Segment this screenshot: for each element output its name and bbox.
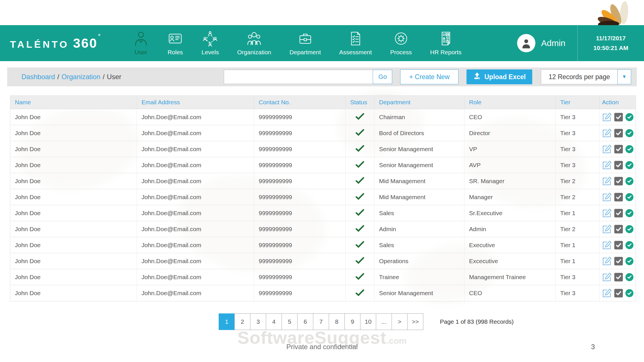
cell-role: Excecutive bbox=[464, 253, 556, 269]
nav-label: Roles bbox=[168, 49, 183, 56]
select-checkbox[interactable] bbox=[614, 289, 623, 297]
select-checkbox[interactable] bbox=[614, 273, 623, 281]
logo-text: TALÉNTO bbox=[10, 39, 69, 50]
approve-check-icon[interactable] bbox=[625, 273, 633, 281]
select-checkbox[interactable] bbox=[614, 177, 623, 185]
cell-tier: Tier 3 bbox=[556, 141, 600, 157]
confidential-note: Private and confidential bbox=[0, 343, 644, 351]
select-checkbox[interactable] bbox=[614, 241, 623, 249]
cell-contact: 9999999999 bbox=[254, 189, 346, 205]
cell-role: CEO bbox=[464, 109, 556, 125]
nav-label: Process bbox=[390, 49, 412, 56]
table-row: John Doe John.Doe@Email.com 9999999999 S… bbox=[10, 157, 636, 173]
approve-check-icon[interactable] bbox=[625, 177, 633, 185]
edit-icon[interactable] bbox=[602, 273, 612, 282]
nav-item-hr-reports[interactable]: HR Reports bbox=[430, 31, 462, 56]
approve-check-icon[interactable] bbox=[625, 113, 633, 121]
status-check-icon bbox=[355, 240, 365, 250]
nav-item-department[interactable]: Department bbox=[290, 31, 321, 56]
upload-excel-button[interactable]: Upload Excel bbox=[466, 69, 532, 84]
cell-email: John.Doe@Email.com bbox=[137, 205, 254, 221]
approve-check-icon[interactable] bbox=[625, 161, 633, 169]
degree-mark: ° bbox=[98, 33, 101, 39]
records-per-page-select[interactable]: 12 Records per page ▼ bbox=[541, 69, 631, 84]
nav-label: Assessment bbox=[339, 49, 372, 56]
cell-contact: 9999999999 bbox=[254, 221, 346, 237]
nav-item-assessment[interactable]: Assessment bbox=[339, 31, 372, 56]
edit-icon[interactable] bbox=[602, 161, 612, 170]
select-checkbox[interactable] bbox=[614, 161, 623, 169]
edit-icon[interactable] bbox=[602, 193, 612, 202]
select-checkbox[interactable] bbox=[614, 209, 623, 217]
edit-icon[interactable] bbox=[602, 241, 612, 250]
cell-status bbox=[346, 189, 374, 205]
cell-action bbox=[600, 253, 636, 269]
cell-name: John Doe bbox=[10, 237, 137, 253]
breadcrumb-organization[interactable]: Organization bbox=[61, 73, 100, 81]
cell-name: John Doe bbox=[10, 221, 137, 237]
status-check-icon bbox=[355, 144, 365, 154]
cell-department: Admin bbox=[374, 221, 464, 237]
edit-icon[interactable] bbox=[602, 145, 612, 154]
breadcrumb: Dashboard / Organization / User bbox=[21, 73, 121, 81]
table-row: John Doe John.Doe@Email.com 9999999999 A… bbox=[10, 221, 636, 237]
select-checkbox[interactable] bbox=[614, 193, 623, 201]
select-checkbox[interactable] bbox=[614, 113, 623, 121]
edit-icon[interactable] bbox=[602, 225, 612, 234]
approve-check-icon[interactable] bbox=[625, 209, 633, 217]
approve-check-icon[interactable] bbox=[625, 193, 633, 201]
select-checkbox[interactable] bbox=[614, 145, 623, 153]
search-input[interactable] bbox=[224, 70, 373, 84]
nav-item-user[interactable]: User bbox=[133, 31, 149, 56]
select-checkbox[interactable] bbox=[614, 129, 623, 137]
cell-role: AVP bbox=[464, 157, 556, 173]
cell-action bbox=[600, 269, 636, 285]
edit-icon[interactable] bbox=[602, 289, 612, 298]
cell-email: John.Doe@Email.com bbox=[137, 269, 254, 285]
cell-status bbox=[346, 221, 374, 237]
cell-contact: 9999999999 bbox=[254, 125, 346, 141]
edit-icon[interactable] bbox=[602, 257, 612, 266]
table-row: John Doe John.Doe@Email.com 9999999999 B… bbox=[10, 125, 636, 141]
approve-check-icon[interactable] bbox=[625, 129, 633, 137]
approve-check-icon[interactable] bbox=[625, 289, 633, 297]
approve-check-icon[interactable] bbox=[625, 225, 633, 233]
edit-icon[interactable] bbox=[602, 113, 612, 122]
approve-check-icon[interactable] bbox=[625, 257, 633, 265]
approve-check-icon[interactable] bbox=[625, 241, 633, 249]
cell-email: John.Doe@Email.com bbox=[137, 221, 254, 237]
nav-item-organization[interactable]: Organization bbox=[237, 31, 271, 56]
cell-status bbox=[346, 157, 374, 173]
nav-item-roles[interactable]: Roles bbox=[167, 31, 183, 56]
footer: SoftwareSuggest.com Private and confiden… bbox=[0, 325, 644, 362]
breadcrumb-dashboard[interactable]: Dashboard bbox=[21, 73, 55, 81]
nav-label: Organization bbox=[237, 49, 271, 56]
edit-icon[interactable] bbox=[602, 177, 612, 186]
cell-status bbox=[346, 237, 374, 253]
table-row: John Doe John.Doe@Email.com 9999999999 S… bbox=[10, 141, 636, 157]
nav-label: HR Reports bbox=[430, 49, 462, 56]
edit-icon[interactable] bbox=[602, 129, 612, 138]
cell-department: Senior Management bbox=[374, 285, 464, 301]
cell-contact: 9999999999 bbox=[254, 205, 346, 221]
nav-item-levels[interactable]: Levels bbox=[202, 31, 219, 56]
cell-tier: Tier 3 bbox=[556, 157, 600, 173]
users-table: Name Email Address Contact No. Status De… bbox=[10, 95, 636, 301]
cell-status bbox=[346, 253, 374, 269]
table-header: Name Email Address Contact No. Status De… bbox=[10, 96, 636, 109]
select-checkbox[interactable] bbox=[614, 257, 623, 265]
table-row: John Doe John.Doe@Email.com 9999999999 M… bbox=[10, 189, 636, 205]
go-button[interactable]: Go bbox=[373, 70, 392, 84]
cell-action bbox=[600, 189, 636, 205]
cell-department: Sales bbox=[374, 237, 464, 253]
cell-contact: 9999999999 bbox=[254, 173, 346, 189]
cell-action bbox=[600, 205, 636, 221]
select-checkbox[interactable] bbox=[614, 225, 623, 233]
nav-item-process[interactable]: Process bbox=[390, 31, 412, 56]
cell-contact: 9999999999 bbox=[254, 109, 346, 125]
approve-check-icon[interactable] bbox=[625, 145, 633, 153]
create-new-button[interactable]: + Create New bbox=[400, 69, 458, 84]
edit-icon[interactable] bbox=[602, 209, 612, 218]
profile-menu[interactable]: Admin bbox=[517, 34, 565, 52]
department-icon bbox=[297, 31, 313, 48]
